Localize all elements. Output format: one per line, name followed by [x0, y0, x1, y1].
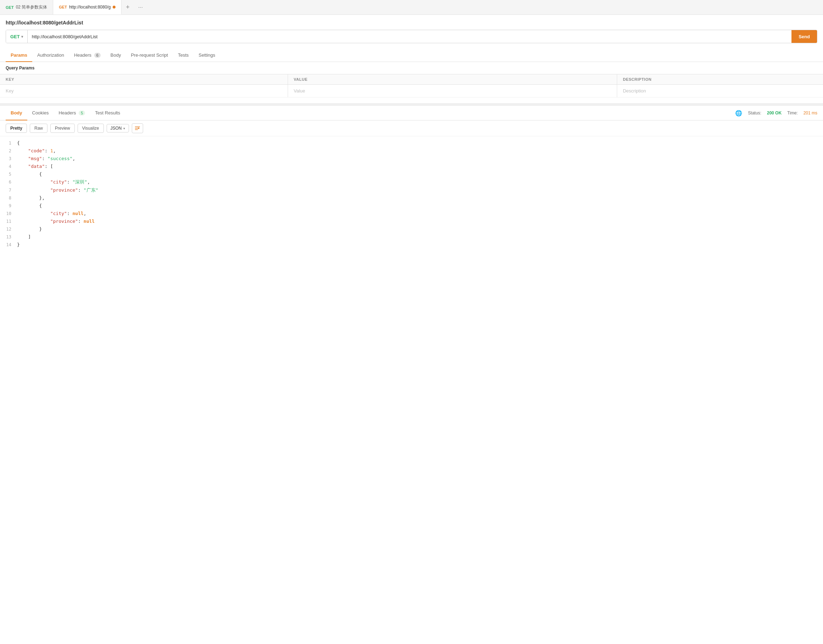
- url-bar: GET ▾ Send: [6, 30, 817, 43]
- chevron-down-icon: ▾: [21, 35, 23, 38]
- json-line: 8 },: [0, 194, 823, 202]
- col-value-header: VALUE: [288, 74, 617, 84]
- tab1-label: 02 简单参数实体: [16, 4, 48, 10]
- param-key-cell[interactable]: Key: [0, 85, 288, 97]
- col-key-header: KEY: [0, 74, 288, 84]
- json-viewer: 1 { 2 "code": 1, 3 "msg": "success", 4 "…: [0, 136, 823, 251]
- tab2-method: GET: [59, 5, 67, 9]
- tab-authorization-label: Authorization: [37, 52, 64, 58]
- format-preview-button[interactable]: Preview: [50, 124, 75, 133]
- response-tabs: Body Cookies Headers 5 Test Results: [6, 106, 125, 120]
- url-input[interactable]: [28, 34, 791, 39]
- resp-tab-test-results-label: Test Results: [95, 110, 120, 115]
- json-chevron-icon: ▾: [123, 126, 125, 130]
- tab-params[interactable]: Params: [6, 49, 32, 62]
- tab2-dot: [113, 6, 115, 9]
- col-desc-header: DESCRIPTION: [617, 74, 823, 84]
- json-format-selector[interactable]: JSON ▾: [107, 124, 129, 132]
- tab-settings-label: Settings: [199, 52, 215, 58]
- json-line: 6 "city": "深圳",: [0, 178, 823, 186]
- resp-tab-headers-badge: 5: [79, 110, 85, 115]
- resp-tab-test-results[interactable]: Test Results: [90, 106, 125, 120]
- format-bar: Pretty Raw Preview Visualize JSON ▾: [0, 120, 823, 136]
- response-status: 🌐 Status: 200 OK Time: 201 ms: [735, 110, 817, 117]
- format-visualize-button[interactable]: Visualize: [78, 124, 104, 133]
- resp-tab-cookies-label: Cookies: [32, 110, 49, 115]
- method-label: GET: [10, 34, 20, 39]
- resp-tab-body[interactable]: Body: [6, 106, 27, 120]
- tab-headers-label: Headers: [74, 52, 91, 58]
- tab-settings[interactable]: Settings: [194, 49, 221, 62]
- json-line: 5 {: [0, 170, 823, 178]
- time-label: Time:: [787, 110, 798, 115]
- tab-params-label: Params: [11, 52, 27, 58]
- format-pretty-button[interactable]: Pretty: [6, 124, 27, 133]
- method-selector[interactable]: GET ▾: [6, 30, 28, 43]
- response-header: Body Cookies Headers 5 Test Results 🌐 St…: [0, 106, 823, 120]
- tab-2[interactable]: GET http://localhost:8080/g: [53, 0, 121, 15]
- json-line: 12 }: [0, 225, 823, 233]
- status-label: Status:: [748, 110, 761, 115]
- tab-headers-badge: 6: [94, 53, 101, 58]
- response-area: Body Cookies Headers 5 Test Results 🌐 St…: [0, 106, 823, 251]
- param-desc-cell[interactable]: Description: [617, 85, 823, 97]
- tab-body-label: Body: [110, 52, 121, 58]
- params-table-header: KEY VALUE DESCRIPTION: [0, 74, 823, 85]
- tab-add-button[interactable]: +: [121, 0, 134, 15]
- tab-prerequest-label: Pre-request Script: [131, 52, 168, 58]
- tab-prerequest[interactable]: Pre-request Script: [126, 49, 173, 62]
- url-area: http://localhost:8080/getAddrList GET ▾ …: [0, 15, 823, 46]
- format-raw-button[interactable]: Raw: [30, 124, 48, 133]
- json-line: 9 {: [0, 202, 823, 210]
- page-title: http://localhost:8080/getAddrList: [6, 20, 817, 26]
- json-line: 1 {: [0, 139, 823, 147]
- wrap-icon: [135, 126, 140, 131]
- tab2-label: http://localhost:8080/g: [69, 5, 110, 9]
- tab-tests[interactable]: Tests: [173, 49, 193, 62]
- tab-more-button[interactable]: ···: [134, 0, 147, 15]
- tab-headers[interactable]: Headers 6: [69, 49, 106, 62]
- json-format-label: JSON: [110, 126, 122, 131]
- param-value-cell[interactable]: Value: [288, 85, 617, 97]
- section-divider: [0, 103, 823, 106]
- json-line: 4 "data": [: [0, 163, 823, 170]
- time-value: 201 ms: [803, 110, 817, 115]
- json-line: 13 ]: [0, 233, 823, 241]
- resp-tab-headers[interactable]: Headers 5: [54, 106, 90, 120]
- json-line: 10 "city": null,: [0, 210, 823, 218]
- send-button[interactable]: Send: [791, 30, 817, 43]
- json-line: 3 "msg": "success",: [0, 155, 823, 163]
- json-line: 7 "province": "广东": [0, 186, 823, 194]
- tabs-bar: GET 02 简单参数实体 GET http://localhost:8080/…: [0, 0, 823, 15]
- status-value: 200 OK: [767, 110, 782, 115]
- resp-tab-cookies[interactable]: Cookies: [27, 106, 54, 120]
- tab-authorization[interactable]: Authorization: [32, 49, 69, 62]
- request-tabs: Params Authorization Headers 6 Body Pre-…: [0, 49, 823, 62]
- json-line: 11 "province": null: [0, 218, 823, 225]
- globe-icon: 🌐: [735, 110, 742, 117]
- params-table: KEY VALUE DESCRIPTION Key Value Descript…: [0, 74, 823, 97]
- tab-1[interactable]: GET 02 简单参数实体: [0, 0, 53, 15]
- json-line: 2 "code": 1,: [0, 147, 823, 155]
- tab-tests-label: Tests: [178, 52, 189, 58]
- tab1-method: GET: [6, 5, 14, 9]
- tab-body[interactable]: Body: [106, 49, 126, 62]
- query-params-label: Query Params: [0, 62, 823, 74]
- resp-tab-headers-label: Headers: [58, 110, 76, 115]
- wrap-button[interactable]: [132, 123, 143, 133]
- resp-tab-body-label: Body: [11, 110, 22, 115]
- table-row: Key Value Description: [0, 85, 823, 97]
- json-line: 14 }: [0, 241, 823, 249]
